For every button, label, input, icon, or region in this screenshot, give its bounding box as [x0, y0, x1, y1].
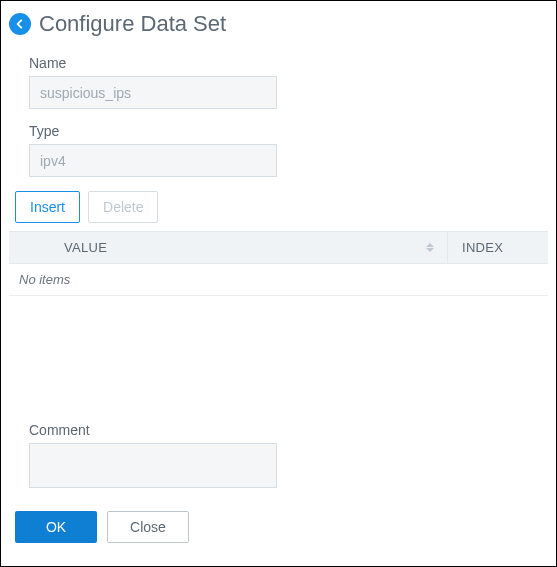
comment-label: Comment — [29, 422, 548, 438]
type-field[interactable] — [29, 144, 277, 177]
comment-field[interactable] — [29, 443, 277, 488]
table-header: VALUE INDEX — [9, 231, 548, 264]
type-label: Type — [29, 123, 548, 139]
ok-button[interactable]: OK — [15, 511, 97, 543]
index-column-label: INDEX — [462, 240, 503, 255]
index-column[interactable]: INDEX — [448, 232, 548, 263]
table-body-spacer — [9, 296, 548, 414]
value-column[interactable]: VALUE — [64, 232, 448, 263]
delete-button[interactable]: Delete — [88, 191, 158, 223]
insert-button[interactable]: Insert — [15, 191, 80, 223]
sort-icon[interactable] — [426, 243, 434, 252]
name-field[interactable] — [29, 76, 277, 109]
page-title: Configure Data Set — [39, 11, 226, 37]
name-label: Name — [29, 55, 548, 71]
value-column-label: VALUE — [64, 240, 107, 255]
back-icon[interactable] — [9, 13, 31, 35]
empty-state: No items — [9, 264, 548, 296]
close-button[interactable]: Close — [107, 511, 189, 543]
